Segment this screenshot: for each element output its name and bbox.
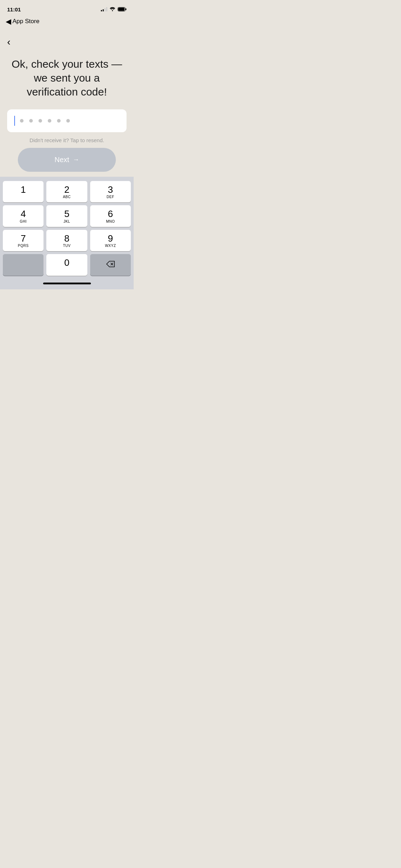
nav-bar: ◀ App Store — [0, 16, 134, 29]
next-button-area: Next → — [0, 148, 134, 172]
code-dot-4 — [48, 119, 51, 123]
key-empty — [3, 254, 43, 276]
content-area: ‹ Ok, check your texts — we sent you a v… — [0, 29, 134, 143]
backspace-icon — [106, 261, 115, 269]
status-bar: 11:01 — [0, 0, 134, 16]
key-backspace[interactable] — [90, 254, 131, 276]
key-2[interactable]: 2 ABC — [46, 181, 87, 203]
text-cursor — [14, 116, 15, 126]
code-dot-6 — [66, 119, 70, 123]
key-7[interactable]: 7 PQRS — [3, 230, 43, 252]
keyboard-row-1: 1 2 ABC 3 DEF — [1, 180, 132, 204]
next-button-label: Next — [55, 156, 69, 164]
battery-icon — [118, 7, 127, 11]
back-chevron-icon: ◀ — [6, 17, 11, 26]
next-arrow-icon: → — [73, 156, 79, 164]
key-9[interactable]: 9 WXYZ — [90, 230, 131, 252]
status-icons — [101, 7, 127, 11]
status-time: 11:01 — [7, 6, 21, 12]
keyboard-row-2: 4 GHI 5 JKL 6 MNO — [1, 204, 132, 228]
page-back-chevron-icon: ‹ — [7, 37, 10, 47]
code-dot-5 — [57, 119, 61, 123]
key-8[interactable]: 8 TUV — [46, 230, 87, 252]
numeric-keyboard: 1 2 ABC 3 DEF 4 GHI 5 — [0, 177, 134, 289]
wifi-icon — [109, 7, 115, 11]
code-dot-1 — [20, 119, 24, 123]
key-1[interactable]: 1 — [3, 181, 43, 203]
app-store-back-button[interactable]: ◀ App Store — [6, 17, 40, 26]
headline-text: Ok, check your texts — we sent you a ver… — [7, 57, 127, 99]
key-3[interactable]: 3 DEF — [90, 181, 131, 203]
key-4[interactable]: 4 GHI — [3, 205, 43, 227]
key-5[interactable]: 5 JKL — [46, 205, 87, 227]
key-6[interactable]: 6 MNO — [90, 205, 131, 227]
home-bar — [43, 283, 91, 284]
svg-rect-2 — [118, 8, 125, 11]
code-dot-2 — [29, 119, 33, 123]
code-dot-3 — [38, 119, 42, 123]
page-wrapper: 11:01 — [0, 0, 134, 289]
page-back-button[interactable]: ‹ — [7, 36, 20, 48]
app-store-label: App Store — [12, 18, 40, 25]
key-0[interactable]: 0 — [46, 254, 87, 276]
keyboard-rows: 1 2 ABC 3 DEF 4 GHI 5 — [1, 180, 132, 277]
svg-rect-1 — [125, 9, 127, 10]
keyboard-row-4: 0 — [1, 253, 132, 277]
code-dots — [20, 119, 70, 123]
home-indicator — [1, 277, 132, 289]
code-input-field[interactable] — [7, 109, 127, 132]
keyboard-row-3: 7 PQRS 8 TUV 9 WXYZ — [1, 228, 132, 253]
signal-bars-icon — [101, 7, 107, 11]
resend-link[interactable]: Didn't receive it? Tap to resend. — [7, 137, 127, 143]
next-button[interactable]: Next → — [18, 148, 116, 172]
